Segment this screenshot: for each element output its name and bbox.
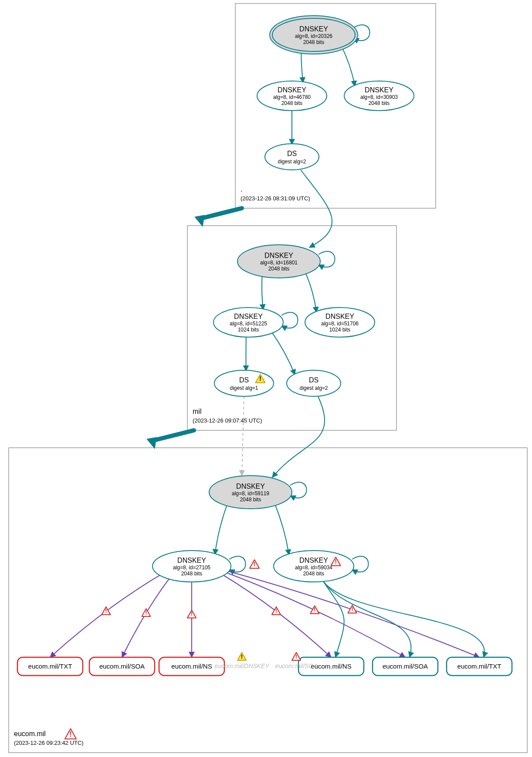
svg-text:!: ! bbox=[241, 653, 243, 660]
node-detail: alg=8, id=51706 bbox=[321, 321, 359, 327]
node-detail: 2048 bits bbox=[369, 100, 390, 106]
node-title: DNSKEY bbox=[299, 557, 328, 564]
svg-text:!: ! bbox=[259, 375, 261, 382]
node-title: DNSKEY bbox=[299, 25, 328, 33]
warning-icon: ! bbox=[187, 610, 196, 618]
sign-edge bbox=[225, 571, 479, 657]
zone-timestamp-mil: (2023-12-26 09:07:45 UTC) bbox=[193, 417, 262, 424]
record-label: eucom.mil/SOA bbox=[383, 662, 428, 670]
warning-icon: ! bbox=[237, 652, 246, 660]
node-eu_zsk1[interactable]: DNSKEYalg=8, id=271052048 bits bbox=[152, 551, 231, 582]
self-sign-edge bbox=[290, 482, 307, 498]
node-title: DNSKEY bbox=[177, 557, 206, 564]
warning-icon: ! bbox=[348, 605, 357, 613]
self-sign-edge bbox=[281, 312, 298, 328]
edge-insecure bbox=[242, 396, 244, 476]
ghost-record: eucom.mil/DNSKEY bbox=[214, 662, 270, 669]
warning-icon: ! bbox=[310, 606, 319, 614]
edge bbox=[305, 272, 316, 312]
svg-text:!: ! bbox=[314, 606, 315, 613]
edge bbox=[274, 504, 289, 555]
zone-label-root: . bbox=[241, 186, 242, 193]
warning-icon: ! bbox=[272, 607, 281, 615]
edge bbox=[272, 396, 325, 477]
self-sign-edge bbox=[319, 251, 335, 267]
node-root_ksk[interactable]: DNSKEYalg=8, id=203262048 bits bbox=[270, 16, 358, 54]
node-detail: digest alg=1 bbox=[230, 385, 258, 391]
edge bbox=[262, 275, 263, 310]
node-detail: 2048 bits bbox=[303, 39, 325, 45]
record-label: eucom.mil/SOA bbox=[99, 662, 145, 670]
node-detail: 2048 bits bbox=[181, 571, 203, 577]
edge bbox=[341, 45, 355, 86]
zone-timestamp-eucom: (2023-12-26 09:23:42 UTC) bbox=[14, 740, 84, 746]
sign-edge bbox=[224, 572, 405, 657]
zone-arrow bbox=[195, 208, 242, 226]
node-eu_ksk[interactable]: DNSKEYalg=8, id=591192048 bits bbox=[209, 476, 292, 509]
edge bbox=[301, 170, 332, 247]
zone-label-eucom: eucom.mil bbox=[14, 730, 46, 737]
record-label: eucom.mil/TXT bbox=[28, 662, 72, 670]
svg-text:!: ! bbox=[295, 653, 297, 660]
node-detail: digest alg=2 bbox=[299, 385, 328, 391]
svg-text:!: ! bbox=[191, 611, 193, 617]
svg-text:!: ! bbox=[69, 730, 72, 738]
node-title: DS bbox=[239, 376, 249, 384]
node-detail: 2048 bits bbox=[268, 266, 290, 272]
warning-icon: ! bbox=[102, 607, 110, 615]
node-title: DNSKEY bbox=[325, 313, 354, 320]
zone-arrow bbox=[147, 430, 194, 449]
node-title: DNSKEY bbox=[234, 313, 263, 320]
node-detail: alg=8, id=16801 bbox=[260, 260, 298, 266]
node-mil_zsk1[interactable]: DNSKEYalg=8, id=512251024 bits bbox=[213, 308, 283, 337]
node-detail: 1024 bits bbox=[238, 327, 259, 333]
warning-icon: ! bbox=[65, 729, 76, 739]
edge bbox=[215, 504, 227, 554]
node-detail: 2048 bits bbox=[240, 497, 261, 503]
node-root_ds[interactable]: DSdigest alg=2 bbox=[265, 144, 319, 170]
self-sign-edge bbox=[352, 556, 369, 572]
edge bbox=[301, 49, 303, 82]
node-mil_ds2[interactable]: DSdigest alg=2 bbox=[287, 370, 341, 396]
svg-text:!: ! bbox=[145, 609, 147, 616]
warning-icon: ! bbox=[142, 608, 150, 616]
node-detail: 1024 bits bbox=[329, 327, 351, 333]
edge bbox=[271, 331, 295, 375]
node-title: DNSKEY bbox=[264, 252, 293, 259]
zone-timestamp-root: (2023-12-26 08:31:09 UTC) bbox=[241, 195, 310, 202]
record-label: eucom.mil/TXT bbox=[457, 662, 502, 670]
node-title: DS bbox=[287, 150, 297, 157]
node-detail: alg=8, id=30903 bbox=[360, 94, 398, 100]
node-detail: alg=8, id=59119 bbox=[232, 490, 269, 497]
sign-edge bbox=[221, 574, 331, 657]
warning-icon: ! bbox=[250, 560, 259, 568]
ghost-record: eucom.mil/SOA bbox=[275, 662, 317, 669]
node-mil_ds1[interactable]: DSdigest alg=1 bbox=[214, 370, 274, 396]
node-title: DNSKEY bbox=[236, 483, 265, 490]
svg-text:!: ! bbox=[335, 558, 337, 565]
node-detail: alg=8, id=59034 bbox=[295, 564, 332, 571]
svg-text:!: ! bbox=[275, 608, 277, 614]
zone-label-mil: mil bbox=[193, 408, 201, 415]
node-detail: alg=8, id=51225 bbox=[230, 321, 267, 327]
sign-edge bbox=[322, 580, 485, 657]
node-detail: alg=8, id=27105 bbox=[173, 564, 210, 571]
node-mil_zsk2[interactable]: DNSKEYalg=8, id=517061024 bits bbox=[305, 308, 375, 337]
node-title: DNSKEY bbox=[278, 86, 306, 94]
warning-icon: ! bbox=[292, 652, 301, 660]
node-title: DNSKEY bbox=[365, 86, 393, 94]
node-eu_zsk2[interactable]: DNSKEYalg=8, id=590342048 bits bbox=[274, 551, 354, 582]
node-detail: 2048 bits bbox=[281, 100, 303, 106]
node-root_zsk1[interactable]: DNSKEYalg=8, id=467802048 bits bbox=[257, 81, 327, 111]
node-mil_ksk[interactable]: DNSKEYalg=8, id=168012048 bits bbox=[237, 245, 320, 278]
node-title: DS bbox=[309, 376, 319, 384]
self-sign-edge bbox=[229, 556, 246, 572]
svg-text:!: ! bbox=[351, 606, 353, 612]
node-root_zsk2[interactable]: DNSKEYalg=8, id=309032048 bits bbox=[344, 81, 414, 111]
svg-text:!: ! bbox=[254, 561, 256, 568]
node-detail: 2048 bits bbox=[303, 571, 325, 577]
record-label: eucom.mil/NS bbox=[171, 662, 212, 670]
sign-edge bbox=[122, 578, 170, 657]
node-detail: alg=8, id=46780 bbox=[273, 94, 311, 100]
node-detail: alg=8, id=20326 bbox=[295, 33, 332, 39]
